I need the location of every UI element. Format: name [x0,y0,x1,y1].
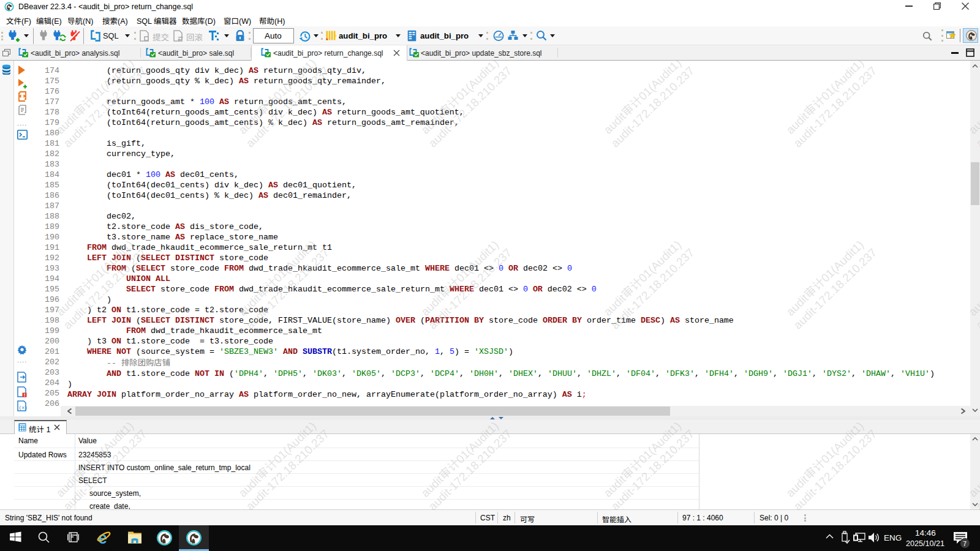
svg-text:(x): (x) [19,405,28,410]
svg-text:7: 7 [963,540,967,547]
